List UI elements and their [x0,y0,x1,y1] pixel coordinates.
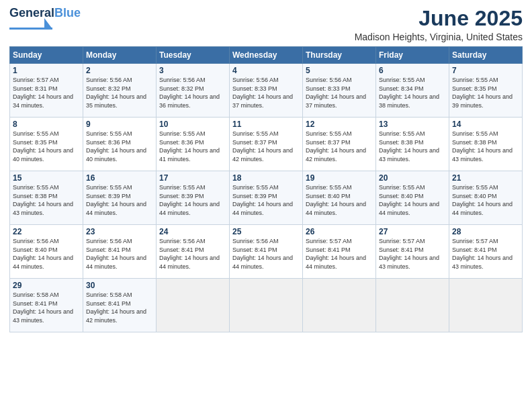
day-number: 10 [159,120,226,129]
calendar-cell: 16Sunrise: 5:55 AM Sunset: 8:39 PM Dayli… [83,171,157,225]
calendar-header: SundayMondayTuesdayWednesdayThursdayFrid… [10,47,523,64]
calendar-table: SundayMondayTuesdayWednesdayThursdayFrid… [9,46,523,332]
day-info: Sunrise: 5:55 AM Sunset: 8:35 PM Dayligh… [13,130,80,163]
day-number: 14 [452,120,519,129]
day-number: 6 [379,66,446,75]
day-header: Sunday [10,47,83,64]
day-info: Sunrise: 5:55 AM Sunset: 8:40 PM Dayligh… [379,183,446,217]
day-info: Sunrise: 5:57 AM Sunset: 8:41 PM Dayligh… [452,237,519,271]
calendar-week-row: 15Sunrise: 5:55 AM Sunset: 8:38 PM Dayli… [10,171,523,225]
day-number: 8 [13,120,80,129]
day-info: Sunrise: 5:55 AM Sunset: 8:35 PM Dayligh… [452,76,519,109]
calendar-cell: 30Sunrise: 5:58 AM Sunset: 8:41 PM Dayli… [83,279,157,332]
logo-text: GeneralBlue [9,6,81,19]
page: GeneralBlue June 2025 Madison Heights, V… [0,0,532,411]
title-block: June 2025 Madison Heights, Virginia, Uni… [355,7,523,42]
day-info: Sunrise: 5:55 AM Sunset: 8:36 PM Dayligh… [86,130,153,163]
day-number: 9 [86,120,153,129]
day-info: Sunrise: 5:56 AM Sunset: 8:41 PM Dayligh… [86,237,153,271]
day-number: 19 [306,173,373,183]
calendar-cell: 6Sunrise: 5:55 AM Sunset: 8:34 PM Daylig… [376,64,449,118]
logo: GeneralBlue [9,7,81,30]
day-header: Saturday [449,47,523,64]
calendar-cell: 17Sunrise: 5:55 AM Sunset: 8:39 PM Dayli… [157,171,230,225]
day-number: 5 [306,66,373,75]
day-info: Sunrise: 5:55 AM Sunset: 8:37 PM Dayligh… [232,130,300,163]
calendar-subtitle: Madison Heights, Virginia, United States [355,32,523,42]
day-number: 13 [379,120,446,129]
calendar-cell: 23Sunrise: 5:56 AM Sunset: 8:41 PM Dayli… [83,225,157,279]
day-number: 20 [379,173,446,183]
day-number: 27 [379,227,446,236]
day-info: Sunrise: 5:55 AM Sunset: 8:34 PM Dayligh… [379,76,446,109]
header: GeneralBlue June 2025 Madison Heights, V… [9,7,523,42]
calendar-week-row: 29Sunrise: 5:58 AM Sunset: 8:41 PM Dayli… [10,279,523,332]
calendar-cell [230,279,303,332]
day-number: 11 [232,120,300,129]
calendar-week-row: 1Sunrise: 5:57 AM Sunset: 8:31 PM Daylig… [10,64,523,118]
calendar-cell: 2Sunrise: 5:56 AM Sunset: 8:32 PM Daylig… [83,64,157,118]
svg-marker-0 [44,18,52,29]
calendar-cell: 10Sunrise: 5:55 AM Sunset: 8:36 PM Dayli… [157,118,230,171]
day-number: 23 [86,227,153,236]
day-info: Sunrise: 5:58 AM Sunset: 8:41 PM Dayligh… [86,291,153,324]
day-info: Sunrise: 5:55 AM Sunset: 8:38 PM Dayligh… [452,130,519,163]
calendar-cell [303,279,376,332]
calendar-cell: 4Sunrise: 5:56 AM Sunset: 8:33 PM Daylig… [230,64,303,118]
day-header: Monday [83,47,157,64]
day-number: 2 [86,66,153,75]
day-info: Sunrise: 5:55 AM Sunset: 8:36 PM Dayligh… [159,130,226,163]
calendar-cell: 19Sunrise: 5:55 AM Sunset: 8:40 PM Dayli… [303,171,376,225]
day-info: Sunrise: 5:55 AM Sunset: 8:39 PM Dayligh… [159,183,226,217]
calendar-cell: 22Sunrise: 5:56 AM Sunset: 8:40 PM Dayli… [10,225,83,279]
day-number: 1 [13,66,80,75]
day-info: Sunrise: 5:56 AM Sunset: 8:40 PM Dayligh… [13,237,80,271]
day-info: Sunrise: 5:56 AM Sunset: 8:32 PM Dayligh… [159,76,226,109]
day-info: Sunrise: 5:55 AM Sunset: 8:39 PM Dayligh… [232,183,300,217]
day-info: Sunrise: 5:55 AM Sunset: 8:40 PM Dayligh… [452,183,519,217]
calendar-cell: 18Sunrise: 5:55 AM Sunset: 8:39 PM Dayli… [230,171,303,225]
calendar-cell: 14Sunrise: 5:55 AM Sunset: 8:38 PM Dayli… [449,118,523,171]
calendar-cell: 1Sunrise: 5:57 AM Sunset: 8:31 PM Daylig… [10,64,83,118]
calendar-cell: 3Sunrise: 5:56 AM Sunset: 8:32 PM Daylig… [157,64,230,118]
day-info: Sunrise: 5:57 AM Sunset: 8:41 PM Dayligh… [379,237,446,271]
calendar-cell: 25Sunrise: 5:56 AM Sunset: 8:41 PM Dayli… [230,225,303,279]
calendar-cell: 12Sunrise: 5:55 AM Sunset: 8:37 PM Dayli… [303,118,376,171]
day-number: 12 [306,120,373,129]
day-number: 15 [13,173,80,183]
day-info: Sunrise: 5:56 AM Sunset: 8:33 PM Dayligh… [232,76,300,109]
day-info: Sunrise: 5:55 AM Sunset: 8:38 PM Dayligh… [13,183,80,217]
day-number: 16 [86,173,153,183]
day-info: Sunrise: 5:56 AM Sunset: 8:41 PM Dayligh… [232,237,300,271]
calendar-cell: 20Sunrise: 5:55 AM Sunset: 8:40 PM Dayli… [376,171,449,225]
day-number: 3 [159,66,226,75]
day-info: Sunrise: 5:56 AM Sunset: 8:41 PM Dayligh… [159,237,226,271]
day-header: Wednesday [230,47,303,64]
calendar-cell: 15Sunrise: 5:55 AM Sunset: 8:38 PM Dayli… [10,171,83,225]
calendar-cell: 29Sunrise: 5:58 AM Sunset: 8:41 PM Dayli… [10,279,83,332]
calendar-title: June 2025 [355,7,523,30]
day-number: 22 [13,227,80,236]
day-info: Sunrise: 5:56 AM Sunset: 8:32 PM Dayligh… [86,76,153,109]
day-info: Sunrise: 5:55 AM Sunset: 8:38 PM Dayligh… [379,130,446,163]
day-number: 29 [13,281,80,290]
day-number: 17 [159,173,226,183]
day-number: 28 [452,227,519,236]
calendar-cell: 28Sunrise: 5:57 AM Sunset: 8:41 PM Dayli… [449,225,523,279]
calendar-cell: 21Sunrise: 5:55 AM Sunset: 8:40 PM Dayli… [449,171,523,225]
calendar-cell: 9Sunrise: 5:55 AM Sunset: 8:36 PM Daylig… [83,118,157,171]
calendar-week-row: 8Sunrise: 5:55 AM Sunset: 8:35 PM Daylig… [10,118,523,171]
calendar-cell: 26Sunrise: 5:57 AM Sunset: 8:41 PM Dayli… [303,225,376,279]
calendar-week-row: 22Sunrise: 5:56 AM Sunset: 8:40 PM Dayli… [10,225,523,279]
day-header: Friday [376,47,449,64]
calendar-cell: 13Sunrise: 5:55 AM Sunset: 8:38 PM Dayli… [376,118,449,171]
calendar-cell: 24Sunrise: 5:56 AM Sunset: 8:41 PM Dayli… [157,225,230,279]
calendar-cell [376,279,449,332]
day-number: 18 [232,173,300,183]
day-number: 4 [232,66,300,75]
calendar-cell [449,279,523,332]
svg-rect-1 [9,28,52,30]
day-number: 30 [86,281,153,290]
day-info: Sunrise: 5:58 AM Sunset: 8:41 PM Dayligh… [13,291,80,324]
day-info: Sunrise: 5:57 AM Sunset: 8:31 PM Dayligh… [13,76,80,109]
